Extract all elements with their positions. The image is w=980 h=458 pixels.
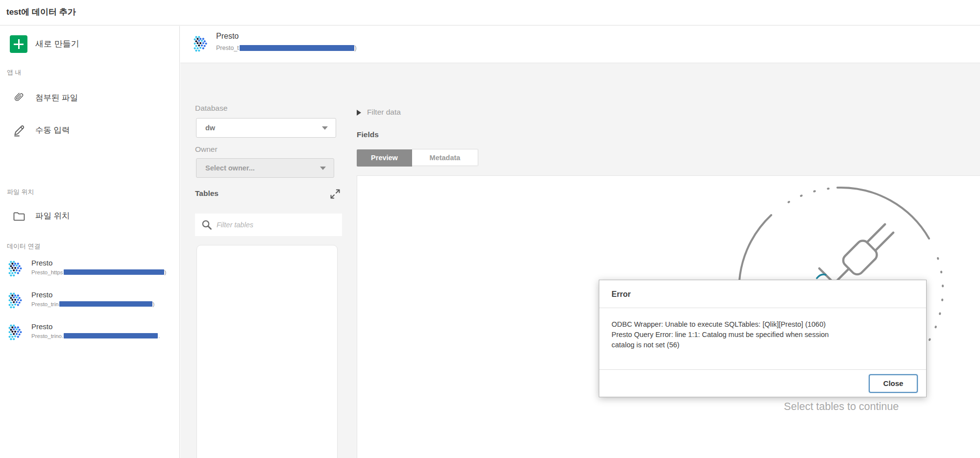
fields-label: Fields xyxy=(357,130,379,139)
connection-name: Presto xyxy=(31,290,52,299)
filter-tables-box xyxy=(195,214,342,236)
redaction-bar xyxy=(59,301,152,307)
create-new-label: 새로 만들기 xyxy=(35,35,79,53)
empty-state-hint: Select tables to continue xyxy=(784,401,899,413)
redaction-bar xyxy=(64,333,158,338)
connection-subtitle: Presto_https) xyxy=(31,269,166,276)
file-locations-label: 파일 위치 xyxy=(35,205,70,226)
connection-header: Presto Presto_t) xyxy=(180,26,980,63)
triangle-right-icon xyxy=(357,110,361,116)
error-dialog: Error ODBC Wrapper: Unable to execute SQ… xyxy=(599,280,927,397)
error-message-line: ODBC Wrapper: Unable to execute SQLTable… xyxy=(612,319,914,330)
tables-list[interactable] xyxy=(196,245,338,458)
sidebar-item-manual-entry[interactable]: 수동 입력 xyxy=(0,119,179,141)
title-bar: test에 데이터 추가 xyxy=(0,0,980,25)
section-file-locations: 파일 위치 xyxy=(7,188,34,196)
plus-icon xyxy=(10,35,27,53)
connection-subtitle: Presto_t) xyxy=(216,45,357,52)
section-in-app: 앱 내 xyxy=(7,68,22,77)
redaction-bar xyxy=(240,45,354,51)
tables-label: Tables xyxy=(195,189,219,197)
close-button[interactable]: Close xyxy=(869,374,918,393)
redaction-bar xyxy=(64,269,164,275)
filter-data-toggle[interactable]: Filter data xyxy=(357,108,401,118)
manual-entry-label: 수동 입력 xyxy=(35,119,70,141)
connection-presto-1[interactable]: Presto Presto_https) xyxy=(0,255,179,283)
search-icon xyxy=(201,219,213,231)
presto-logo-icon xyxy=(5,322,26,342)
connection-name: Presto xyxy=(31,259,52,267)
connection-presto-2[interactable]: Presto Presto_trin) xyxy=(0,287,179,314)
content-area: Database dw Owner Select owner... Tables xyxy=(180,64,980,458)
error-message-line: Presto Query Error: line 1:1: Catalog mu… xyxy=(612,330,914,340)
section-data-connections: 데이터 연결 xyxy=(7,242,41,251)
presto-logo-icon xyxy=(191,33,211,54)
main-area: Presto Presto_t) Database dw Owner Selec… xyxy=(180,26,980,458)
error-message: ODBC Wrapper: Unable to execute SQLTable… xyxy=(612,319,914,350)
sidebar-item-file-locations[interactable]: 파일 위치 xyxy=(0,205,179,226)
create-new-button[interactable]: 새로 만들기 xyxy=(0,35,179,53)
owner-label: Owner xyxy=(195,145,218,154)
error-message-line: catalog is not set (56) xyxy=(612,340,914,350)
connection-subtitle: Presto_trino.. xyxy=(31,333,160,339)
page-title: test에 데이터 추가 xyxy=(6,6,76,18)
chevron-down-icon xyxy=(322,126,328,130)
database-value: dw xyxy=(205,119,215,137)
chevron-down-icon xyxy=(320,167,326,170)
filter-tables-input[interactable] xyxy=(217,214,337,236)
presto-logo-icon xyxy=(5,258,26,279)
fields-tabs: PreviewMetadata xyxy=(357,149,478,166)
connection-presto-3[interactable]: Presto Presto_trino.. xyxy=(0,319,179,346)
database-label: Database xyxy=(195,104,227,113)
filter-data-label: Filter data xyxy=(367,108,401,116)
sidebar-item-attached-files[interactable]: 첨부된 파일 xyxy=(0,87,179,108)
error-dialog-header: Error xyxy=(599,280,926,308)
database-dropdown[interactable]: dw xyxy=(196,118,336,138)
connection-subtitle: Presto_trin) xyxy=(31,301,154,308)
error-dialog-title: Error xyxy=(612,280,631,308)
tab-metadata[interactable]: Metadata xyxy=(412,149,478,166)
connection-title: Presto xyxy=(216,32,239,41)
expand-icon[interactable] xyxy=(329,188,341,200)
sidebar: 새로 만들기 앱 내 첨부된 파일 수동 입력 파일 위치 파일 위치 데이터 … xyxy=(0,26,180,458)
owner-dropdown[interactable]: Select owner... xyxy=(196,158,334,178)
pencil-icon xyxy=(12,122,26,137)
connection-name: Presto xyxy=(31,322,52,331)
folder-icon xyxy=(12,208,26,223)
error-dialog-footer: Close xyxy=(599,369,926,397)
presto-logo-icon xyxy=(5,290,26,311)
owner-value: Select owner... xyxy=(205,159,255,177)
tab-preview[interactable]: Preview xyxy=(357,149,412,167)
paperclip-icon xyxy=(12,90,26,105)
attached-files-label: 첨부된 파일 xyxy=(35,87,78,108)
